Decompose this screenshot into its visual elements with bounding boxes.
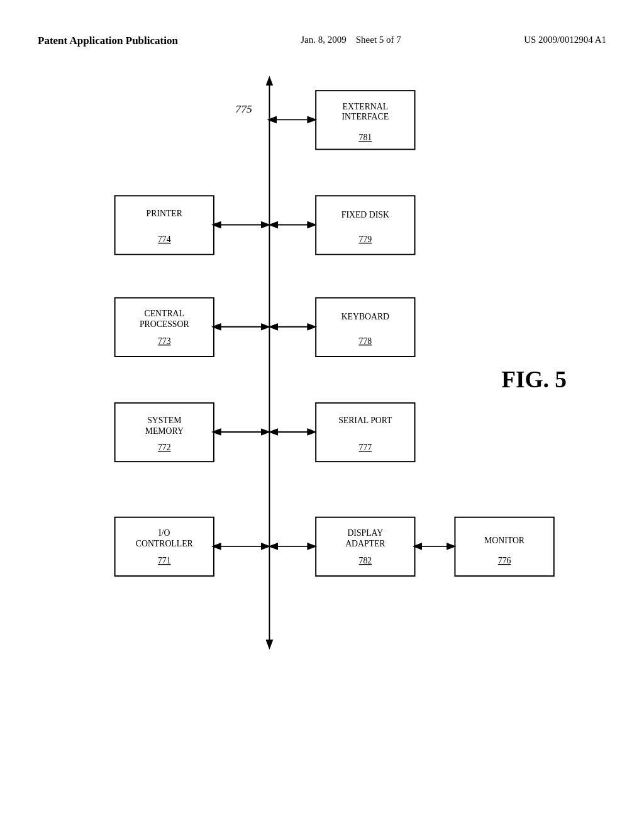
header-left: Patent Application Publication bbox=[38, 35, 178, 47]
header: Patent Application Publication Jan. 8, 2… bbox=[0, 0, 644, 60]
central-processor-label: CENTRAL bbox=[145, 309, 184, 318]
svg-text:ADAPTER: ADAPTER bbox=[345, 539, 386, 548]
svg-rect-21 bbox=[316, 403, 414, 462]
fig-label: FIG. 5 bbox=[501, 367, 567, 392]
header-right: US 2009/0012904 A1 bbox=[524, 35, 606, 45]
keyboard-label: KEYBOARD bbox=[341, 312, 389, 321]
io-controller-label: I/O bbox=[158, 528, 170, 538]
svg-text:PROCESSOR: PROCESSOR bbox=[140, 319, 190, 329]
svg-text:776: 776 bbox=[498, 556, 511, 565]
page: Patent Application Publication Jan. 8, 2… bbox=[0, 0, 644, 830]
svg-rect-7 bbox=[316, 196, 414, 254]
svg-text:774: 774 bbox=[158, 235, 171, 244]
header-center: Jan. 8, 2009 Sheet 5 of 7 bbox=[301, 35, 401, 45]
svg-text:778: 778 bbox=[359, 336, 372, 346]
bus-label: 775 bbox=[235, 102, 252, 115]
svg-text:781: 781 bbox=[359, 133, 372, 142]
svg-rect-5 bbox=[115, 196, 214, 254]
printer-label: PRINTER bbox=[147, 209, 183, 218]
svg-text:777: 777 bbox=[359, 443, 372, 452]
system-memory-label: SYSTEM bbox=[147, 416, 181, 425]
fixed-disk-label: FIXED DISK bbox=[341, 210, 389, 219]
header-sheet: Sheet 5 of 7 bbox=[356, 35, 401, 45]
display-adapter-label: DISPLAY bbox=[347, 528, 383, 538]
external-interface-label: EXTERNAL bbox=[343, 102, 389, 111]
svg-text:782: 782 bbox=[359, 556, 372, 565]
svg-text:INTERFACE: INTERFACE bbox=[342, 112, 389, 121]
diagram-area: 775 EXTERNAL INTERFACE 781 PRINTER 774 F… bbox=[0, 60, 644, 802]
svg-text:779: 779 bbox=[359, 235, 372, 244]
svg-text:MEMORY: MEMORY bbox=[145, 426, 184, 436]
svg-rect-33 bbox=[455, 517, 553, 576]
svg-text:773: 773 bbox=[158, 336, 171, 346]
monitor-label: MONITOR bbox=[484, 536, 525, 545]
header-date: Jan. 8, 2009 bbox=[301, 35, 347, 45]
diagram-svg: 775 EXTERNAL INTERFACE 781 PRINTER 774 F… bbox=[0, 60, 644, 802]
svg-text:771: 771 bbox=[158, 556, 171, 565]
svg-text:CONTROLLER: CONTROLLER bbox=[136, 539, 194, 548]
svg-text:772: 772 bbox=[158, 443, 171, 452]
serial-port-label: SERIAL PORT bbox=[338, 416, 392, 425]
svg-rect-14 bbox=[316, 298, 414, 357]
